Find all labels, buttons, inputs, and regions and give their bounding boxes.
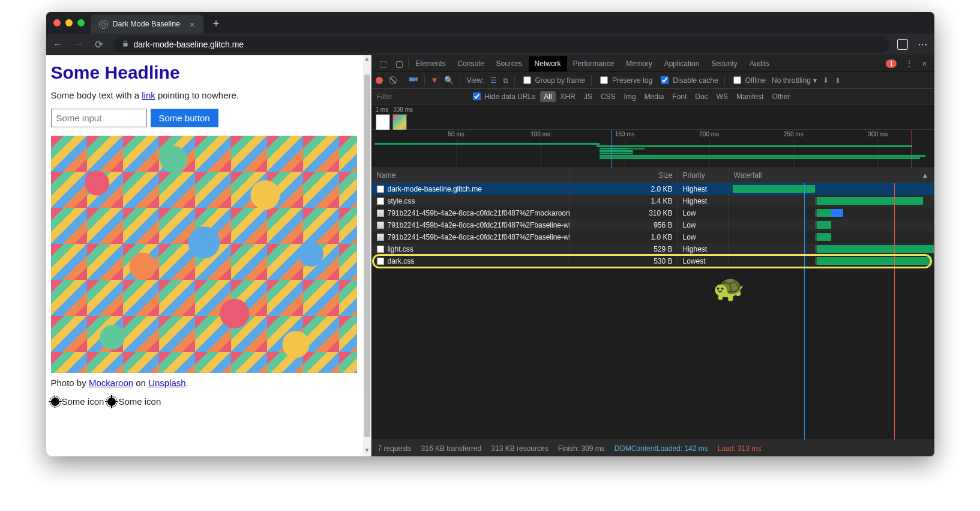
url-host: dark-mode-baseline.glitch.me [134,40,244,49]
filter-input[interactable] [376,92,466,101]
filter-chip-ws[interactable]: WS [713,91,732,102]
filter-chip-img[interactable]: Img [621,91,640,102]
preserve-log-checkbox[interactable]: Preserve log [598,74,652,86]
view-list-icon[interactable]: ☰ [490,76,497,85]
screenshot-icon[interactable] [409,76,418,85]
credit-site-link[interactable]: Unsplash [148,378,186,388]
filter-chip-all[interactable]: All [540,91,555,102]
timeline[interactable]: 50 ms100 ms150 ms200 ms250 ms300 ms [372,130,934,168]
file-icon [377,198,384,205]
close-window-button[interactable] [53,19,61,26]
sb-requests: 7 requests [378,444,412,453]
group-by-frame-checkbox[interactable]: Group by frame [521,74,585,86]
close-tab-icon[interactable]: × [190,19,195,29]
new-tab-button[interactable]: ＋ [203,16,229,30]
inspect-element-icon[interactable]: ⬚ [376,59,391,68]
page-text-input[interactable] [51,109,147,127]
network-table-header: Name Size Priority Waterfall▲ [372,168,934,183]
col-waterfall[interactable]: Waterfall▲ [729,168,934,183]
filter-toggle-icon[interactable]: ▼ [431,76,439,85]
devtools-tab-elements[interactable]: Elements [410,56,452,71]
file-name: 791b2241-459b-4a2e-8cca-c0fdc21f0487%2Fm… [388,209,570,217]
view-label: View: [466,76,484,85]
devtools-menu-icon[interactable]: ⋮ [901,59,917,68]
devtools-tab-application[interactable]: Application [658,56,706,71]
file-size: 2.0 KB [570,183,678,196]
throttling-select[interactable]: No throttling ▾ [772,76,817,85]
filter-chip-xhr[interactable]: XHR [557,91,579,102]
sb-dcl: DOMContentLoaded: 142 ms [615,444,708,453]
waterfall-cell [729,207,934,219]
col-priority[interactable]: Priority [678,168,729,183]
disable-cache-checkbox[interactable]: Disable cache [658,74,718,86]
url-bar[interactable]: dark-mode-baseline.glitch.me [113,36,889,53]
offline-checkbox[interactable]: Offline [731,74,766,86]
export-har-icon[interactable]: ⬆ [835,76,841,85]
col-name[interactable]: Name [372,168,570,183]
browser-tab[interactable]: Dark Mode Baseline × [91,14,203,34]
network-row[interactable]: dark-mode-baseline.glitch.me2.0 KBHighes… [372,183,934,195]
overview-strip[interactable]: 1 ms338 ms [372,104,934,130]
file-priority: Low [678,219,729,232]
filter-chip-media[interactable]: Media [641,91,668,102]
forward-button[interactable]: → [73,38,85,50]
filter-chip-font[interactable]: Font [669,91,690,102]
devtools-tab-console[interactable]: Console [452,56,490,71]
network-row[interactable]: 791b2241-459b-4a2e-8cca-c0fdc21f0487%2Fb… [372,231,934,243]
filter-chip-manifest[interactable]: Manifest [733,91,767,102]
filter-chip-other[interactable]: Other [768,91,793,102]
devtools-tab-audits[interactable]: Audits [744,56,775,71]
reload-button[interactable]: ⟳ [93,38,105,51]
sun-icon [51,398,59,406]
network-toolbar: ▼ 🔍 View: ☰ ⧉ Group by frame Preserve lo… [372,72,934,89]
col-size[interactable]: Size [570,168,678,183]
network-row[interactable]: style.css1.4 KBHighest [372,195,934,207]
sb-resources: 313 KB resources [491,444,548,453]
minimize-window-button[interactable] [65,19,73,26]
page-link[interactable]: link [142,90,155,100]
import-har-icon[interactable]: ⬇ [823,76,829,85]
devtools-tab-sources[interactable]: Sources [490,56,529,71]
page-primary-button[interactable]: Some button [151,109,218,127]
error-count-badge[interactable]: 1 [886,59,897,68]
file-priority: Highest [678,195,729,208]
filter-chip-css[interactable]: CSS [597,91,619,102]
filter-chip-js[interactable]: JS [580,91,596,102]
page-scrollbar[interactable]: ▲▼ [363,55,371,456]
clear-button[interactable] [389,76,397,84]
record-button[interactable] [376,77,383,84]
file-size: 956 B [570,219,678,232]
network-row[interactable]: light.css529 BHighest [372,243,934,255]
file-icon [377,210,384,217]
turtle-emoji: 🐢 [713,273,744,303]
file-size: 1.4 KB [570,195,678,208]
network-table-body: dark-mode-baseline.glitch.me2.0 KBHighes… [372,183,934,440]
back-button[interactable]: ← [52,38,64,50]
title-bar: Dark Mode Baseline × ＋ [46,12,934,34]
network-row[interactable]: 791b2241-459b-4a2e-8cca-c0fdc21f0487%2Fb… [372,219,934,231]
network-row[interactable]: dark.css530 BLowest [372,255,934,267]
close-devtools-icon[interactable]: × [918,59,930,68]
device-toggle-icon[interactable]: ▢ [392,59,407,68]
file-priority: Lowest [678,255,729,268]
filter-chip-doc[interactable]: Doc [691,91,711,102]
hide-data-urls-checkbox[interactable]: Hide data URLs [470,91,536,102]
credit-author-link[interactable]: Mockaroon [89,378,133,388]
devtools-tab-network[interactable]: Network [529,56,567,71]
devtools-tab-security[interactable]: Security [705,56,743,71]
view-large-icon[interactable]: ⧉ [503,76,508,85]
waterfall-cell [729,231,934,243]
devtools-tab-performance[interactable]: Performance [567,56,621,71]
network-row[interactable]: 791b2241-459b-4a2e-8cca-c0fdc21f0487%2Fm… [372,207,934,219]
search-icon[interactable]: 🔍 [444,76,454,85]
file-name: dark-mode-baseline.glitch.me [388,185,482,193]
browser-menu-button[interactable]: ⋮ [916,40,928,50]
tab-title: Dark Mode Baseline [113,20,181,28]
page-photo [51,136,357,373]
maximize-window-button[interactable] [77,19,85,26]
sun-icon [107,398,116,406]
timeline-tick: 300 ms [868,131,888,138]
extension-icon[interactable] [897,39,908,50]
devtools-tab-memory[interactable]: Memory [620,56,658,71]
network-filter-bar: Hide data URLs AllXHRJSCSSImgMediaFontDo… [372,89,934,104]
